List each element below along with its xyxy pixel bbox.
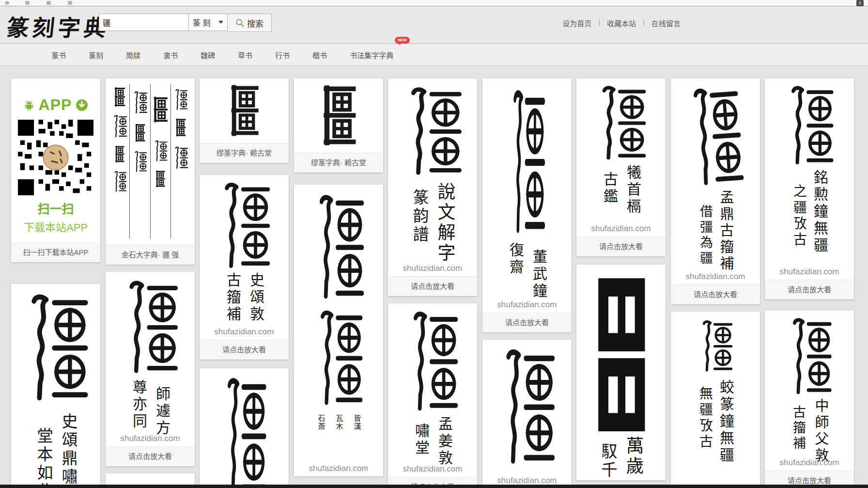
calligraphy-card[interactable]: shufazidian.com bbox=[482, 340, 572, 488]
link-set-homepage[interactable]: 设为首页 bbox=[562, 18, 591, 28]
card-image[interactable]: 馭千 萬歲 bbox=[576, 265, 666, 480]
nav-xingshu[interactable]: 行书 bbox=[275, 50, 290, 60]
nav-zhuanshu[interactable]: 篆书 bbox=[51, 50, 66, 60]
card-image[interactable]: 無疆攷古 蛟篆鐘無疆 bbox=[671, 312, 760, 488]
card-image[interactable]: 堂本如此 史頌鼎嘯 bbox=[11, 284, 100, 488]
card-caption[interactable]: 请点击放大看 bbox=[200, 340, 289, 360]
card-caption[interactable]: 请点击放大看 bbox=[671, 284, 760, 304]
bookmark-icon[interactable] bbox=[68, 1, 72, 5]
nav-weibei[interactable]: 魏碑 bbox=[201, 50, 215, 60]
calligraphy-card[interactable]: 嘯堂 孟姜敦 shufazidian.com 请点击放大看 bbox=[388, 303, 477, 488]
card-image[interactable]: 復齋 董武鐘 shufazidian.com bbox=[482, 79, 572, 313]
card-caption[interactable]: 请点击放大看 bbox=[106, 446, 195, 466]
calligraphy-card[interactable]: 金石大字典· 疆 强 bbox=[106, 79, 195, 265]
card-caption[interactable]: 扫一扫下载本站APP bbox=[11, 242, 100, 262]
nav-zhuanke[interactable]: 篆刻 bbox=[89, 50, 103, 60]
inscription-left: 古籀補 bbox=[225, 272, 240, 323]
search-input[interactable] bbox=[99, 14, 189, 31]
card-image[interactable]: 石斎 瓦木 皆漢 shufazidian.com bbox=[294, 185, 383, 476]
grid-column: 缪篆字典· 赖古堂 古籀補 史頌敦 shufazidian.com 请点击放大看 bbox=[200, 79, 289, 488]
inscription-right: 孟鼎古籀補 bbox=[718, 190, 732, 272]
card-caption[interactable]: 请点击放大看 bbox=[388, 276, 477, 296]
card-image[interactable]: 古鑑 犧首槅 shufazidian.com bbox=[576, 79, 666, 236]
card-image[interactable]: shufazidian.com bbox=[200, 368, 289, 488]
search-bar: 篆 刻 搜索 bbox=[99, 14, 272, 31]
link-separator: | bbox=[598, 18, 600, 28]
watermark: shufazidian.com bbox=[388, 264, 477, 273]
seal-glyph bbox=[121, 278, 179, 375]
card-caption[interactable]: 缪篆字典· 赖古堂 bbox=[294, 153, 383, 173]
browser-icon[interactable] bbox=[5, 1, 9, 5]
search-button[interactable]: 搜索 bbox=[228, 14, 272, 32]
new-badge: NEW bbox=[395, 37, 410, 44]
nav-jizi-dict[interactable]: 书法集字字典 bbox=[350, 50, 393, 60]
calligraphy-card[interactable]: 篆韵譜 說文解字 shufazidian.com 请点击放大看 bbox=[388, 79, 477, 296]
card-caption[interactable]: 请点击放大看 bbox=[576, 236, 666, 256]
nav-jiandu[interactable]: 简牍 bbox=[126, 50, 140, 60]
card-image[interactable]: 之疆攷古 銘勲鐘無疆 shufazidian.com bbox=[765, 79, 854, 280]
card-caption[interactable]: 缪篆字典· 赖古堂 bbox=[200, 143, 289, 163]
calligraphy-card[interactable]: 缪篆字典· 赖古堂 bbox=[200, 79, 289, 163]
card-caption[interactable]: 请点击放大看 bbox=[765, 280, 854, 299]
calligraphy-card[interactable]: 古籀補 中師父敦 shufazidian.com 请点击放大看 bbox=[765, 311, 854, 488]
calligraphy-card[interactable]: 古鑑 犧首槅 shufazidian.com 请点击放大看 bbox=[576, 79, 666, 256]
watermark: shufazidian.com bbox=[482, 476, 572, 486]
card-caption[interactable]: 请点击放大看 bbox=[482, 313, 572, 332]
inscription-right: 萬歲 bbox=[624, 436, 642, 480]
seal-glyph bbox=[403, 84, 463, 176]
site-logo[interactable]: 篆刻字典 bbox=[5, 10, 111, 42]
stamp-glyph bbox=[316, 83, 362, 147]
grid-column: 缪篆字典· 赖古堂 石斎 瓦木 皆漢 shufazidian.com bbox=[294, 79, 383, 476]
card-image[interactable] bbox=[106, 79, 195, 245]
nav-caoshu[interactable]: 草书 bbox=[238, 50, 252, 60]
tab-count-badge[interactable]: 1 bbox=[856, 0, 864, 6]
watermark: shufazidian.com bbox=[106, 434, 195, 443]
inscription-mid: 瓦木 bbox=[335, 414, 342, 431]
bookmark-icon[interactable] bbox=[46, 1, 51, 5]
seal-glyph bbox=[133, 122, 147, 143]
taskbar-edge bbox=[0, 485, 868, 488]
calligraphy-card[interactable]: 之疆攷古 銘勲鐘無疆 shufazidian.com 请点击放大看 bbox=[765, 79, 854, 299]
calligraphy-card[interactable]: 堂本如此 史頌鼎嘯 bbox=[11, 284, 100, 488]
calligraphy-card[interactable]: 復齋 董武鐘 shufazidian.com 请点击放大看 bbox=[482, 79, 572, 332]
card-image[interactable]: 嘯堂 孟姜敦 shufazidian.com bbox=[388, 303, 477, 477]
calligraphy-card[interactable]: 借彊為疆 孟鼎古籀補 shufazidian.com 请点击放大看 bbox=[671, 79, 760, 304]
seal-glyph bbox=[784, 83, 835, 166]
calligraphy-card[interactable]: 尊亦同 師遽方 shufazidian.com 请点击放大看 bbox=[106, 272, 195, 466]
bookmark-icon[interactable] bbox=[25, 1, 30, 5]
card-image[interactable] bbox=[294, 79, 383, 153]
calligraphy-card[interactable]: shufazidian.com bbox=[200, 368, 289, 488]
nav-lishu[interactable]: 隶书 bbox=[163, 50, 178, 60]
watermark: shufazidian.com bbox=[294, 464, 383, 473]
card-image[interactable]: 古籀補 中師父敦 shufazidian.com bbox=[765, 311, 854, 471]
card-image[interactable]: shufazidian.com bbox=[482, 340, 572, 488]
qr-code bbox=[18, 120, 93, 195]
card-caption[interactable]: 金石大字典· 疆 强 bbox=[106, 245, 195, 265]
inscription-right: 犧首槅 bbox=[625, 165, 640, 216]
chevron-down-icon bbox=[218, 21, 223, 24]
seal-glyph bbox=[173, 86, 188, 112]
inscription-right: 銘勲鐘無疆 bbox=[812, 170, 827, 254]
grid-column: 篆韵譜 說文解字 shufazidian.com 请点击放大看 嘯堂 孟姜敦 bbox=[388, 79, 477, 488]
app-card-image[interactable]: APP bbox=[11, 79, 100, 242]
link-online-message[interactable]: 在线留言 bbox=[651, 18, 681, 28]
calligraphy-card[interactable]: 缪篆字典· 赖古堂 bbox=[294, 79, 383, 173]
card-image[interactable] bbox=[200, 79, 289, 143]
calligraphy-card[interactable]: 馭千 萬歲 bbox=[576, 265, 666, 480]
download-icon bbox=[76, 99, 88, 111]
calligraphy-card[interactable]: 古籀補 史頌敦 shufazidian.com 请点击放大看 bbox=[200, 175, 289, 360]
card-image[interactable]: 篆韵譜 說文解字 shufazidian.com bbox=[388, 79, 477, 276]
search-category-select[interactable]: 篆 刻 bbox=[189, 14, 228, 31]
calligraphy-card[interactable]: 石斎 瓦木 皆漢 shufazidian.com bbox=[294, 185, 383, 476]
seal-glyph bbox=[112, 111, 127, 141]
inscription-left: 尊亦同 bbox=[131, 379, 146, 437]
card-image[interactable]: 借彊為疆 孟鼎古籀補 shufazidian.com bbox=[671, 79, 760, 284]
link-bookmark-site[interactable]: 收藏本站 bbox=[607, 18, 636, 28]
seal-glyph bbox=[112, 168, 127, 195]
card-image[interactable]: 尊亦同 師遽方 shufazidian.com bbox=[106, 272, 195, 446]
app-download-card[interactable]: APP bbox=[11, 79, 100, 262]
card-image[interactable]: 古籀補 史頌敦 shufazidian.com bbox=[200, 175, 289, 340]
seal-glyph bbox=[22, 291, 90, 402]
calligraphy-card[interactable]: 無疆攷古 蛟篆鐘無疆 bbox=[671, 312, 760, 488]
nav-kaishu[interactable]: 楷书 bbox=[312, 50, 327, 60]
